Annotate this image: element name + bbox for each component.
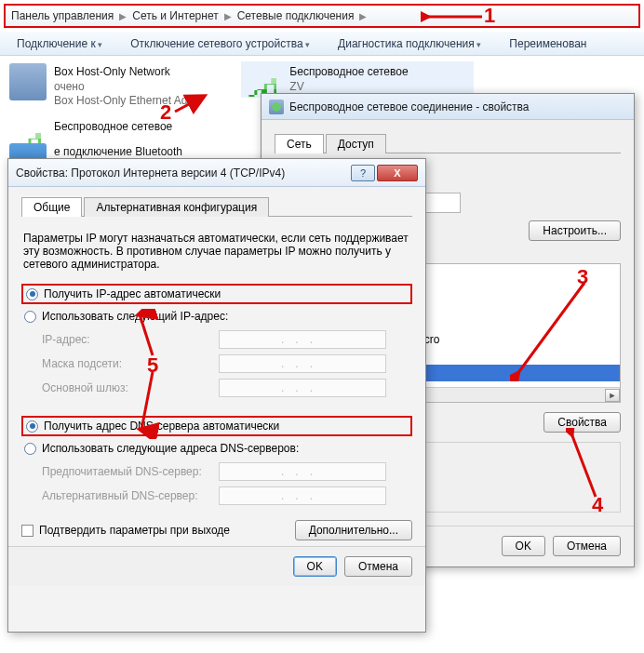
connection-item[interactable]: Box Host-Only Network очено Box Host-Onl… <box>6 61 238 113</box>
annotation-5: 5 <box>147 353 158 378</box>
tab-strip: Сеть Доступ <box>275 133 621 153</box>
network-lan-icon <box>9 63 47 100</box>
radio-use-ip[interactable]: Использовать следующий IP-адрес: <box>21 308 412 325</box>
gateway-field: ... <box>219 379 386 397</box>
ipv4-properties-window: Свойства: Протокол Интернета версии 4 (T… <box>7 158 426 633</box>
annotation-4: 4 <box>592 493 603 517</box>
breadcrumb-item[interactable]: Сетевые подключения <box>237 9 355 22</box>
validate-on-exit-check[interactable]: Подтвердить параметры при выходе Дополни… <box>21 520 412 540</box>
radio-icon <box>24 443 36 455</box>
tab-strip: Общие Альтернативная конфигурация <box>21 196 412 217</box>
connection-desc: ZV <box>289 80 474 95</box>
connection-desc: Box Host-Only Ethernet Ad… <box>54 94 238 109</box>
toolbar: Подключение к Отключение сетевого устрой… <box>0 32 644 56</box>
window-title: Свойства: Протокол Интернета версии 4 (T… <box>16 167 285 180</box>
description-text: Параметры IP могут назначаться автоматич… <box>21 228 412 280</box>
breadcrumb[interactable]: Панель управления ▶ Сеть и Интернет ▶ Се… <box>4 4 640 28</box>
window-title: Беспроводное сетевое соединение - свойст… <box>289 100 530 113</box>
help-button[interactable]: ? <box>351 165 375 181</box>
chevron-right-icon: ▶ <box>357 11 369 21</box>
radio-obtain-ip-auto[interactable]: Получить IP-адрес автоматически <box>21 284 412 304</box>
connection-item[interactable]: Беспроводное сетевое <box>6 116 238 139</box>
cancel-button[interactable]: Отмена <box>553 536 621 556</box>
tab-alt-config[interactable]: Альтернативная конфигурация <box>84 197 269 217</box>
radio-icon <box>24 311 36 323</box>
preferred-dns-label: Предпочитаемый DNS-сервер: <box>42 465 219 478</box>
tab-access[interactable]: Доступ <box>326 134 386 153</box>
radio-use-dns[interactable]: Использовать следующие адреса DNS-сервер… <box>21 440 412 457</box>
connection-status: очено <box>54 80 238 95</box>
tab-general[interactable]: Общие <box>21 197 82 217</box>
ok-button[interactable]: OK <box>293 556 337 577</box>
gateway-label: Основной шлюз: <box>42 381 219 394</box>
chevron-right-icon: ▶ <box>222 11 234 21</box>
wifi-icon <box>269 100 284 114</box>
cancel-button[interactable]: Отмена <box>344 556 412 577</box>
toolbar-disable[interactable]: Отключение сетевого устройства <box>130 37 310 50</box>
ok-button[interactable]: OK <box>502 536 545 556</box>
connection-name: Box Host-Only Network <box>54 65 238 80</box>
annotation-2: 2 <box>160 100 171 125</box>
ip-address-field: ... <box>219 330 386 349</box>
connection-name: Беспроводное сетевое <box>289 65 474 80</box>
tab-network[interactable]: Сеть <box>275 134 324 153</box>
subnet-mask-field: ... <box>219 354 386 373</box>
chevron-right-icon: ▶ <box>117 11 128 21</box>
ip-address-label: IP-адрес: <box>42 333 219 346</box>
annotation-3: 3 <box>577 265 588 289</box>
preferred-dns-field: ... <box>219 462 386 481</box>
titlebar[interactable]: Свойства: Протокол Интернета версии 4 (T… <box>8 159 425 187</box>
configure-button[interactable]: Настроить... <box>529 220 621 241</box>
properties-button[interactable]: Свойства <box>543 412 621 433</box>
toolbar-rename[interactable]: Переименован <box>509 37 586 50</box>
radio-icon <box>26 288 38 300</box>
annotation-1: 1 <box>484 4 495 28</box>
advanced-button[interactable]: Дополнительно... <box>295 520 412 540</box>
radio-obtain-dns-auto[interactable]: Получить адрес DNS-сервера автоматически <box>21 416 412 436</box>
titlebar[interactable]: Беспроводное сетевое соединение - свойст… <box>262 94 634 120</box>
breadcrumb-item[interactable]: Сеть и Интернет <box>132 9 218 22</box>
toolbar-connect[interactable]: Подключение к <box>17 37 102 50</box>
alt-dns-label: Альтернативный DNS-сервер: <box>42 489 219 502</box>
breadcrumb-item[interactable]: Панель управления <box>11 9 114 22</box>
connection-name: Беспроводное сетевое <box>54 120 238 135</box>
alt-dns-field: ... <box>219 486 386 505</box>
toolbar-diagnose[interactable]: Диагностика подключения <box>338 37 481 50</box>
scroll-right-icon[interactable]: ► <box>605 389 620 402</box>
subnet-mask-label: Маска подсети: <box>42 357 219 370</box>
radio-icon <box>26 420 38 433</box>
checkbox-icon <box>21 525 34 537</box>
close-button[interactable]: X <box>377 165 418 181</box>
